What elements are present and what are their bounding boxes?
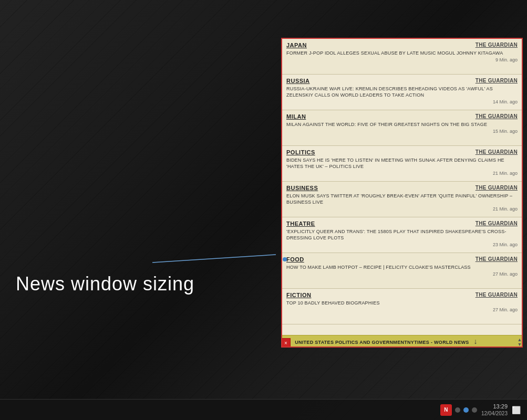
news-source: THE GUARDIAN	[476, 78, 518, 83]
news-time: 21 Min. ago	[286, 206, 518, 212]
news-headline: RUSSIA-UKRAINE WAR LIVE: KREMLIN DESCRIB…	[286, 86, 518, 98]
news-time: 14 Min. ago	[286, 99, 518, 104]
news-list: JAPAN THE GUARDIAN FORMER J-POP IDOL ALL…	[282, 39, 522, 335]
news-item[interactable]: RUSSIA THE GUARDIAN RUSSIA-UKRAINE WAR L…	[282, 75, 522, 110]
news-time: 9 Min. ago	[286, 57, 518, 62]
news-time: 15 Min. ago	[286, 129, 518, 134]
news-category: THEATRE	[286, 220, 315, 227]
news-source: THE GUARDIAN	[476, 185, 518, 191]
taskbar-dot-3	[472, 407, 477, 413]
news-category: FOOD	[286, 256, 304, 262]
bottom-ticker: ↑ UNITED STATES POLITICS AND GOVERNMENTN…	[282, 335, 522, 346]
page-title: News window sizing	[16, 273, 194, 295]
notification-icon[interactable]: ⬜	[512, 406, 521, 414]
news-time: 27 Min. ago	[286, 307, 518, 312]
news-time: 23 Min. ago	[286, 242, 518, 247]
news-item[interactable]: FICTION THE GUARDIAN TOP 10 BADLY BEHAVE…	[282, 289, 522, 324]
taskbar-dot-2	[463, 407, 469, 413]
news-time: 21 Min. ago	[286, 171, 518, 176]
news-headline: FORMER J-POP IDOL ALLEGES SEXUAL ABUSE B…	[286, 50, 518, 56]
news-window: NEWS × JAPAN THE GUARDIAN FORMER J-POP I…	[281, 38, 523, 348]
news-reader-icon[interactable]: N	[440, 404, 452, 416]
resize-handle[interactable]: ▲ ▼	[516, 337, 523, 348]
news-category: JAPAN	[286, 42, 307, 48]
news-source: THE GUARDIAN	[476, 42, 518, 48]
news-source: THE GUARDIAN	[476, 149, 518, 155]
ticker-text: UNITED STATES POLITICS AND GOVERNMENTNYT…	[295, 340, 469, 345]
news-item[interactable]: THEATRE THE GUARDIAN 'EXPLICITLY QUEER A…	[282, 217, 522, 253]
news-headline: 'EXPLICITLY QUEER AND TRANS': THE 1580S …	[286, 228, 518, 241]
news-headline: BIDEN SAYS HE IS 'HERE TO LISTEN' IN MEE…	[286, 157, 518, 170]
news-category: BUSINESS	[286, 185, 318, 191]
scroll-indicator	[283, 257, 287, 261]
close-button[interactable]: ×	[281, 338, 291, 348]
news-item[interactable]: FOOD THE GUARDIAN HOW TO MAKE LAMB HOTPO…	[282, 253, 522, 289]
taskbar: N 13:29 12/04/2023 ⬜	[0, 399, 527, 420]
news-item[interactable]: BUSINESS THE GUARDIAN ELON MUSK SAYS TWI…	[282, 182, 522, 217]
taskbar-clock: 13:29 12/04/2023	[481, 403, 508, 417]
news-category: RUSSIA	[286, 78, 310, 84]
taskbar-dot-1	[455, 407, 460, 413]
news-source: THE GUARDIAN	[476, 220, 518, 226]
news-category: POLITICS	[286, 149, 315, 155]
news-source: THE GUARDIAN	[476, 292, 518, 298]
news-headline: MILAN AGAINST THE WORLD: FIVE OF THEIR G…	[286, 121, 518, 128]
news-time: 27 Min. ago	[286, 271, 518, 277]
news-headline: TOP 10 BADLY BEHAVED BIOGRAPHIES	[286, 300, 518, 306]
news-category: MILAN	[286, 113, 306, 120]
taskbar-icons: N	[440, 404, 477, 416]
news-source: THE GUARDIAN	[476, 256, 518, 262]
news-headline: ELON MUSK SAYS TWITTER AT 'ROUGHLY BREAK…	[286, 193, 518, 205]
news-source: THE GUARDIAN	[476, 113, 518, 119]
news-headline: HOW TO MAKE LAMB HOTPOT – RECIPE | FELIC…	[286, 264, 518, 270]
news-item[interactable]: POLITICS THE GUARDIAN BIDEN SAYS HE IS '…	[282, 146, 522, 182]
news-item[interactable]: MILAN THE GUARDIAN MILAN AGAINST THE WOR…	[282, 110, 522, 146]
news-item[interactable]: JAPAN THE GUARDIAN FORMER J-POP IDOL ALL…	[282, 39, 522, 75]
news-category: FICTION	[286, 292, 312, 298]
